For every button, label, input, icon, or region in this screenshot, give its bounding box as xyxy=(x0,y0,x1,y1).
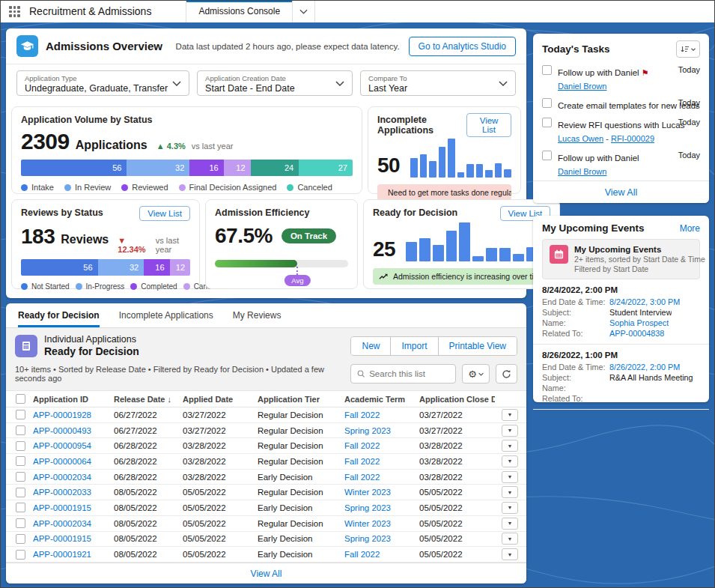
application-id-link[interactable]: APP-00001928 xyxy=(33,410,114,419)
row-actions-button[interactable]: ▼ xyxy=(502,548,518,560)
events-more-link[interactable]: More xyxy=(680,223,700,234)
tasks-view-all-link[interactable]: View All xyxy=(533,181,709,203)
tab-incomplete-applications[interactable]: Incomplete Applications xyxy=(119,303,213,327)
academic-term-link[interactable]: Fall 2022 xyxy=(344,441,419,450)
task-item[interactable]: Create email templates for new leads Tod… xyxy=(533,96,709,114)
table-row[interactable]: APP-00000954 06/28/2022 03/28/2022 Regul… xyxy=(6,438,526,454)
row-checkbox[interactable] xyxy=(16,534,25,544)
list-view-name[interactable]: Ready for Decision xyxy=(44,345,139,357)
column-application-close-date[interactable]: Application Close Date xyxy=(419,395,495,404)
row-actions-button[interactable]: ▼ xyxy=(502,533,518,545)
academic-term-link[interactable]: Fall 2022 xyxy=(344,410,419,419)
row-checkbox[interactable] xyxy=(16,503,25,512)
refresh-button[interactable] xyxy=(496,364,517,384)
tab-ready-for-decision[interactable]: Ready for Decision xyxy=(18,303,100,327)
bar-segment[interactable]: 32 xyxy=(127,160,189,176)
application-id-link[interactable]: APP-00000954 xyxy=(33,441,114,450)
row-actions-button[interactable]: ▼ xyxy=(502,471,518,483)
row-checkbox[interactable] xyxy=(16,518,25,528)
row-actions-button[interactable]: ▼ xyxy=(502,455,518,467)
table-row[interactable]: APP-00001915 08/05/2022 05/05/2022 Early… xyxy=(6,532,526,548)
filter-application-type[interactable]: Application Type Undegraduate, Graduate,… xyxy=(16,70,189,96)
row-actions-button[interactable]: ▼ xyxy=(502,440,518,452)
application-id-link[interactable]: APP-00001915 xyxy=(33,534,114,543)
filter-application-creation-date[interactable]: Application Creation Date Start Date - E… xyxy=(197,70,353,96)
tab-my-reviews[interactable]: My Reviews xyxy=(233,303,282,327)
import-button[interactable]: Import xyxy=(390,337,437,355)
tab-admissions-console[interactable]: Admissions Console xyxy=(186,0,293,22)
column-release-date[interactable]: Release Date ↓ xyxy=(114,395,183,404)
row-actions-button[interactable]: ▼ xyxy=(502,486,518,498)
column-applied-date[interactable]: Applied Date xyxy=(183,395,258,404)
bar-segment[interactable]: 16 xyxy=(189,160,223,176)
list-settings-button[interactable]: ⚙ xyxy=(462,364,490,384)
table-row[interactable]: APP-00002034 06/28/2022 03/28/2022 Early… xyxy=(6,470,526,485)
console-tab-menu[interactable] xyxy=(293,0,315,22)
tasks-sort-button[interactable] xyxy=(676,40,700,58)
application-id-link[interactable]: APP-00002034 xyxy=(33,519,114,528)
task-checkbox[interactable] xyxy=(542,118,552,127)
bar-segment[interactable]: 12 xyxy=(224,160,251,176)
table-row[interactable]: APP-00002034 08/05/2022 05/05/2022 Regul… xyxy=(6,516,526,532)
bar-segment[interactable]: 27 xyxy=(299,160,353,176)
task-item[interactable]: Review RFI questions with Lucas Lucas Ow… xyxy=(533,115,709,147)
table-row[interactable]: APP-00001928 06/27/2022 03/27/2022 Regul… xyxy=(6,407,526,423)
row-checkbox[interactable] xyxy=(16,441,25,451)
academic-term-link[interactable]: Winter 2023 xyxy=(344,488,419,497)
column-application-tier[interactable]: Application Tier xyxy=(258,395,344,404)
row-actions-button[interactable]: ▼ xyxy=(502,502,518,514)
table-row[interactable]: APP-00002033 08/05/2022 05/05/2022 Regul… xyxy=(6,485,526,500)
table-row[interactable]: APP-00001921 08/05/2022 05/05/2022 Early… xyxy=(6,547,526,563)
row-checkbox[interactable] xyxy=(16,550,25,560)
task-item[interactable]: Follow up with Daniel⚑ Daniel Brown Toda… xyxy=(533,63,709,94)
table-row[interactable]: APP-00000064 06/28/2022 03/28/2022 Regul… xyxy=(6,454,526,470)
application-id-link[interactable]: APP-00002034 xyxy=(33,473,114,482)
task-related-link[interactable]: Lucas Owen xyxy=(558,134,603,143)
task-checkbox[interactable] xyxy=(542,98,552,108)
table-view-all-link[interactable]: View All xyxy=(6,563,526,584)
new-button[interactable]: New xyxy=(351,337,390,355)
row-checkbox[interactable] xyxy=(16,488,25,497)
academic-term-link[interactable]: Spring 2023 xyxy=(344,503,419,512)
academic-term-link[interactable]: Spring 2023 xyxy=(344,426,419,435)
row-actions-button[interactable]: ▼ xyxy=(502,409,518,421)
column-academic-term[interactable]: Academic Term xyxy=(344,395,419,404)
bar-segment[interactable]: 56 xyxy=(21,160,127,176)
filter-compare-to[interactable]: Compare To Last Year xyxy=(360,70,516,96)
task-related-link[interactable]: Daniel Brown xyxy=(558,167,606,176)
row-checkbox[interactable] xyxy=(16,472,25,482)
search-input[interactable] xyxy=(369,369,449,378)
go-to-analytics-studio-button[interactable]: Go to Analytics Studio xyxy=(409,37,516,56)
bar-segment[interactable]: 16 xyxy=(144,259,169,276)
application-id-link[interactable]: APP-00000493 xyxy=(33,426,114,435)
application-id-link[interactable]: APP-00001915 xyxy=(33,503,114,512)
printable-view-button[interactable]: Printable View xyxy=(438,337,517,355)
column-application-id[interactable]: Application ID xyxy=(33,395,114,404)
application-id-link[interactable]: APP-00002033 xyxy=(33,488,114,497)
event-item[interactable]: 8/24/2022, 2:00 PM End Date & Time: 8/24… xyxy=(533,279,709,345)
row-actions-button[interactable]: ▼ xyxy=(502,425,518,437)
bar-segment[interactable]: 32 xyxy=(98,259,144,276)
row-checkbox[interactable] xyxy=(16,425,25,435)
academic-term-link[interactable]: Winter 2023 xyxy=(344,519,419,528)
view-list-button[interactable]: View List xyxy=(139,206,190,221)
row-checkbox[interactable] xyxy=(16,410,25,419)
view-list-button[interactable]: View List xyxy=(466,113,511,137)
task-checkbox[interactable] xyxy=(542,65,552,75)
bar-segment[interactable]: 56 xyxy=(21,259,98,276)
application-id-link[interactable]: APP-00000064 xyxy=(33,457,114,466)
task-related-link[interactable]: RFI-000029 xyxy=(611,134,654,143)
row-actions-button[interactable]: ▼ xyxy=(502,518,518,530)
task-item[interactable]: Follow up with Daniel Daniel Brown Today xyxy=(533,148,709,180)
row-checkbox[interactable] xyxy=(16,456,25,466)
academic-term-link[interactable]: Fall 2022 xyxy=(344,473,419,482)
bar-segment[interactable]: 12 xyxy=(170,259,190,276)
academic-term-link[interactable]: Fall 2022 xyxy=(344,550,419,559)
bar-segment[interactable]: 24 xyxy=(251,160,299,176)
app-launcher-icon[interactable] xyxy=(9,6,20,17)
table-row[interactable]: APP-00000493 06/27/2022 03/27/2022 Regul… xyxy=(6,423,526,439)
task-related-link[interactable]: Daniel Brown xyxy=(558,82,606,91)
event-item[interactable]: 8/26/2022, 1:00 PM End Date & Time: 8/26… xyxy=(533,345,709,410)
task-checkbox[interactable] xyxy=(542,151,552,160)
academic-term-link[interactable]: Spring 2023 xyxy=(344,534,419,543)
